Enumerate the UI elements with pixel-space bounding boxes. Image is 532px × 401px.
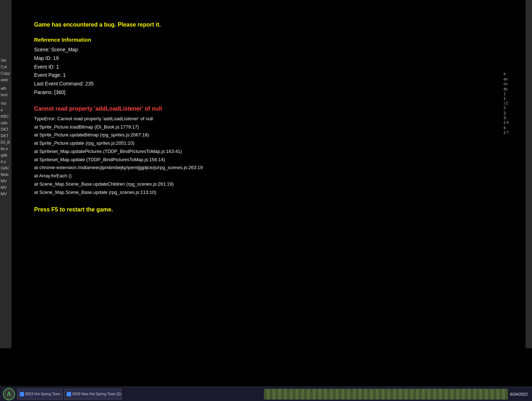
right-item-5: ifo xyxy=(504,87,525,91)
stack-line-5: at Spriteset_Map.update (TDDP_BindPictur… xyxy=(34,156,504,164)
sidebar-item-19: Mob xyxy=(0,172,11,177)
sidebar-item-4 xyxy=(0,83,11,85)
stack-line-2: at Sprite_Picture.updateBitmap (rpg_spri… xyxy=(34,131,504,139)
taskbar-clock: 6/24/2022 xyxy=(510,392,529,396)
taskbar-item-0[interactable]: 0003 Hot Spring Town xyxy=(17,389,63,400)
stack-line-1: at Sprite_Picture.loadBitmap (Eli_Book.j… xyxy=(34,123,504,131)
ref-last-event-command: Last Event Command: 235 xyxy=(34,80,504,88)
right-item-13: 2 4 xyxy=(504,121,525,125)
sidebar-item-2: Copy xyxy=(0,70,11,76)
sidebar-item-14: Eli_B xyxy=(0,139,11,145)
sidebar-item-13: DKT xyxy=(0,133,11,139)
sidebar-item-12: DKT xyxy=(0,126,11,132)
right-item-2: en xyxy=(504,77,525,81)
left-sidebar: Vie Cut Copy aste ath hort Vol e KBC uda… xyxy=(0,0,11,348)
sidebar-item-7 xyxy=(0,98,11,100)
sidebar-item-22: MV xyxy=(0,191,11,197)
right-item-9: 2 xyxy=(504,106,525,110)
right-item-11: 2: xyxy=(504,111,525,115)
stack-line-3: at Sprite_Picture.update (rpg_sprites.js… xyxy=(34,139,504,148)
taskbar-item-1[interactable]: 0509 New Hot Spring Town (Expo xyxy=(64,389,122,400)
taskbar-game-area xyxy=(264,389,508,400)
sidebar-item-3: aste xyxy=(0,77,11,83)
app-icon[interactable]: A xyxy=(3,388,15,400)
stack-line-9: at Scene_Map.Scene_Base.update (rpg_scen… xyxy=(34,188,504,197)
taskbar-item-label-0: 0003 Hot Spring Town xyxy=(25,392,60,396)
restart-message: Press F5 to restart the game. xyxy=(34,206,504,213)
bug-title: Game has encountered a bug. Please repor… xyxy=(34,22,504,28)
sidebar-item-6: hort xyxy=(0,92,11,98)
right-sidebar: e en co ifo 1 1 ) 2 2 2: 3: 2 4 6: 2 7 xyxy=(526,0,532,348)
taskbar-item-icon-0 xyxy=(20,392,24,396)
right-item-6: 1 xyxy=(504,92,525,96)
sidebar-item-11: uda xyxy=(0,120,11,126)
right-item-16: 2 7 xyxy=(504,131,525,135)
stack-line-7: at Array.forEach () xyxy=(34,172,504,180)
stack-trace: TypeError: Cannot read property 'addLoad… xyxy=(34,115,504,197)
ref-event-page: Event Page: 1 xyxy=(34,71,504,80)
stack-line-6: at chrome-extension://odlameecjipmbmbejk… xyxy=(34,164,504,172)
sidebar-item-0: Vie xyxy=(0,57,11,63)
right-panel-items: e en co ifo 1 1 ) 2 2 2: 3: 2 4 6: 2 7 xyxy=(504,72,525,135)
ref-scene: Scene: Scene_Map xyxy=(34,46,504,54)
error-panel: Game has encountered a bug. Please repor… xyxy=(12,0,525,348)
taskbar: A 0003 Hot Spring Town 0509 New Hot Spri… xyxy=(0,387,532,401)
stack-line-8: at Scene_Map.Scene_Base.updateChildren (… xyxy=(34,180,504,188)
right-item-8: ) 2 xyxy=(504,101,525,105)
ref-event-id: Event ID: 1 xyxy=(34,63,504,71)
sidebar-item-21: MV xyxy=(0,185,11,190)
ref-map-id: Map ID: 19 xyxy=(34,54,504,63)
sidebar-item-10: KBC xyxy=(0,113,11,119)
taskbar-item-label-1: 0509 New Hot Spring Town (Expo xyxy=(72,392,122,396)
right-item-15: 6: xyxy=(504,126,525,130)
sidebar-item-20: MV xyxy=(0,178,11,184)
taskbar-item-icon-1 xyxy=(67,392,71,396)
error-title: Cannot read property 'addLoadListener' o… xyxy=(34,106,504,112)
sidebar-item-17: it-z xyxy=(0,159,11,164)
sidebar-item-5: ath xyxy=(0,85,11,91)
sidebar-item-18: GitH xyxy=(0,165,11,171)
right-item-12: 3: xyxy=(504,116,525,120)
taskbar-items: 0003 Hot Spring Town 0509 New Hot Spring… xyxy=(17,389,262,400)
right-item-0: e xyxy=(504,72,525,76)
sidebar-item-15: ile.e xyxy=(0,146,11,151)
reference-info: Scene: Scene_Map Map ID: 19 Event ID: 1 … xyxy=(34,46,504,97)
sidebar-item-16: gdb xyxy=(0,152,11,158)
right-item-7: 1 xyxy=(504,97,525,101)
stack-line-0: TypeError: Cannot read property 'addLoad… xyxy=(34,115,504,123)
ref-section-title: Reference Information xyxy=(34,37,504,43)
sidebar-item-1: Cut xyxy=(0,64,11,70)
ref-params: Params: [360] xyxy=(34,88,504,97)
sidebar-item-9: e xyxy=(0,107,11,113)
stack-line-4: at Spriteset_Map.updatePictures (TDDP_Bi… xyxy=(34,148,504,156)
right-item-3: co xyxy=(504,82,525,86)
sidebar-item-8: Vol xyxy=(0,101,11,106)
